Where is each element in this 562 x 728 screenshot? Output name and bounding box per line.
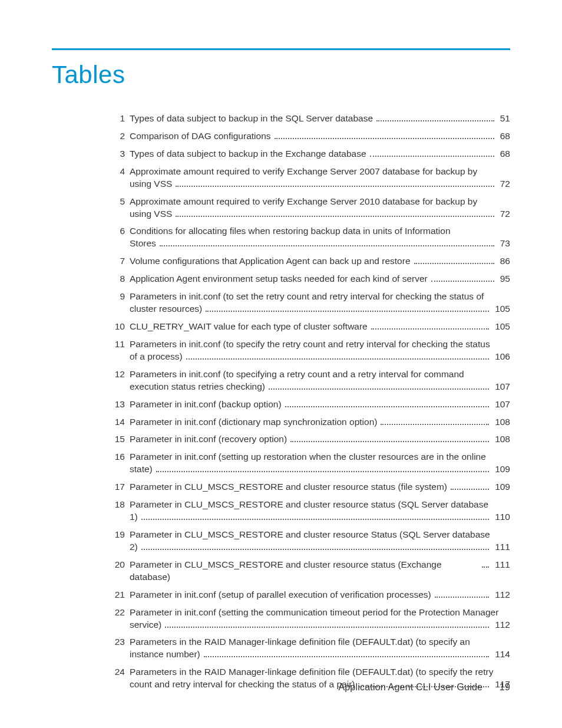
toc-entry-leader-line: Parameter in init.conf (recovery option)… bbox=[130, 433, 510, 446]
toc-entry-leader-line: Parameter in init.conf (dictionary map s… bbox=[130, 416, 510, 429]
toc-entry-number: 10 bbox=[105, 321, 130, 333]
dot-leader bbox=[435, 597, 489, 598]
toc-entry-title-line1: Conditions for allocating files when res… bbox=[130, 225, 510, 238]
toc-entry-title-line1: Parameters in the RAID Manager-linkage d… bbox=[130, 636, 510, 648]
toc-entry-body: Volume configurations that Application A… bbox=[130, 255, 510, 268]
toc-entry-body: Parameters in init.conf (to specify the … bbox=[130, 338, 510, 363]
toc-entry-body: Approximate amount required to verify Ex… bbox=[130, 196, 510, 220]
toc-entry-page: 112 bbox=[492, 619, 510, 631]
toc-entry-title-line2: state) bbox=[130, 463, 153, 476]
toc-entry: 4Approximate amount required to verify E… bbox=[105, 166, 510, 190]
toc-entry-number: 8 bbox=[105, 273, 130, 285]
toc-entry-body: Parameters in init.conf (to set the retr… bbox=[130, 291, 510, 315]
toc-entry-page: 105 bbox=[492, 321, 510, 333]
dot-leader bbox=[414, 263, 494, 264]
toc-entry-leader-line: Parameter in init.conf (backup option)10… bbox=[130, 398, 510, 411]
toc-entry: 6Conditions for allocating files when re… bbox=[105, 225, 510, 250]
toc-entry-title-line1: Parameters in init.conf (to specifying a… bbox=[130, 368, 510, 381]
dot-leader bbox=[370, 156, 494, 157]
toc-entry-title-line2: 2) bbox=[130, 541, 138, 554]
toc-entry-number: 13 bbox=[105, 398, 130, 411]
toc-entry: 16Parameter in init.conf (setting up res… bbox=[105, 451, 510, 476]
toc-entry-title: Parameter in CLU_MSCS_RESTORE and cluste… bbox=[130, 481, 447, 493]
toc-entry-page: 68 bbox=[498, 130, 510, 143]
toc-entry-page: 110 bbox=[492, 511, 510, 523]
toc-entry-page: 51 bbox=[498, 113, 510, 125]
toc-entry: 19Parameter in CLU_MSCS_RESTORE and clus… bbox=[105, 529, 510, 554]
toc-entry-body: Parameter in init.conf (recovery option)… bbox=[130, 433, 510, 446]
toc-entry-title-line2: instance number) bbox=[130, 648, 200, 661]
toc-entry-title-line1: Approximate amount required to verify Ex… bbox=[130, 166, 510, 178]
dot-leader bbox=[290, 441, 489, 442]
dot-leader bbox=[160, 245, 494, 246]
toc-entry-number: 5 bbox=[105, 196, 130, 208]
toc-entry-leader-line: Parameter in CLU_MSCS_RESTORE and cluste… bbox=[130, 481, 510, 493]
dot-leader bbox=[482, 566, 489, 568]
toc-entry-page: 109 bbox=[492, 463, 510, 476]
toc-entry-page: 107 bbox=[492, 381, 510, 393]
toc-entry-number: 2 bbox=[105, 130, 130, 143]
toc-entry-title-line1: Parameter in CLU_MSCS_RESTORE and cluste… bbox=[130, 529, 510, 541]
toc-entry-page: 72 bbox=[498, 208, 510, 220]
toc-entry-body: Parameter in init.conf (backup option)10… bbox=[130, 398, 510, 411]
page: Tables 1Types of data subject to backup … bbox=[0, 0, 562, 728]
toc-entry-leader-line: CLU_RETRY_WAIT value for each type of cl… bbox=[130, 321, 510, 333]
toc-entry-number: 12 bbox=[105, 368, 130, 381]
toc-entry-body: Comparison of DAG configurations68 bbox=[130, 130, 510, 143]
toc-entry-page: 72 bbox=[498, 178, 510, 190]
dot-leader bbox=[141, 549, 489, 550]
toc-entry-title-line2: of a process) bbox=[130, 351, 183, 363]
toc-entry-number: 4 bbox=[105, 166, 130, 178]
toc-entry-leader-line: Application Agent environment setup task… bbox=[130, 273, 510, 285]
dot-leader bbox=[275, 138, 494, 139]
toc-entry: 21Parameter in init.conf (setup of paral… bbox=[105, 589, 510, 601]
toc-entry-title: Application Agent environment setup task… bbox=[130, 273, 428, 285]
dot-leader bbox=[176, 186, 494, 187]
toc-entry-leader-line: using VSS72 bbox=[130, 208, 510, 220]
dot-leader bbox=[431, 281, 494, 282]
toc-entry-page: 105 bbox=[492, 303, 510, 315]
toc-entry-title-line1: Parameters in init.conf (to specify the … bbox=[130, 338, 510, 351]
toc-entry-title: Parameter in CLU_MSCS_RESTORE and cluste… bbox=[130, 559, 478, 584]
toc-entry: 1Types of data subject to backup in the … bbox=[105, 113, 510, 125]
toc-entry-title: Types of data subject to backup in the S… bbox=[130, 113, 373, 125]
toc-entry: 15Parameter in init.conf (recovery optio… bbox=[105, 433, 510, 446]
page-title: Tables bbox=[52, 61, 510, 89]
dot-leader bbox=[371, 328, 489, 330]
dot-leader bbox=[269, 388, 489, 390]
toc-entry-number: 24 bbox=[105, 666, 130, 678]
toc-entry-body: Parameter in CLU_MSCS_RESTORE and cluste… bbox=[130, 529, 510, 554]
toc-entry-number: 18 bbox=[105, 499, 130, 511]
tables-toc: 1Types of data subject to backup in the … bbox=[105, 113, 510, 691]
toc-entry-body: Parameter in init.conf (setting the comm… bbox=[130, 607, 510, 631]
toc-entry-number: 3 bbox=[105, 148, 130, 160]
toc-entry-body: Parameter in init.conf (setting up resto… bbox=[130, 451, 510, 476]
toc-entry-number: 22 bbox=[105, 607, 130, 619]
toc-entry-number: 11 bbox=[105, 338, 130, 351]
toc-entry-title-line2: 1) bbox=[130, 511, 138, 523]
toc-entry-page: 73 bbox=[498, 238, 510, 250]
dot-leader bbox=[141, 519, 489, 520]
toc-entry: 2Comparison of DAG configurations68 bbox=[105, 130, 510, 143]
toc-entry: 17Parameter in CLU_MSCS_RESTORE and clus… bbox=[105, 481, 510, 493]
toc-entry-title-line2: Stores bbox=[130, 238, 156, 250]
toc-entry-title: CLU_RETRY_WAIT value for each type of cl… bbox=[130, 321, 368, 333]
toc-entry-page: 106 bbox=[492, 351, 510, 363]
toc-entry-number: 6 bbox=[105, 225, 130, 238]
toc-entry-title-line2: using VSS bbox=[130, 178, 172, 190]
toc-entry-leader-line: state)109 bbox=[130, 463, 510, 476]
toc-entry-title: Parameter in init.conf (recovery option) bbox=[130, 433, 287, 446]
toc-entry-number: 19 bbox=[105, 529, 130, 541]
toc-entry-body: Parameters in the RAID Manager-linkage d… bbox=[130, 636, 510, 661]
toc-entry-body: Approximate amount required to verify Ex… bbox=[130, 166, 510, 190]
dot-leader bbox=[176, 216, 494, 217]
toc-entry-page: 108 bbox=[492, 433, 510, 446]
page-footer: Application Agent CLI User Guide 19 bbox=[338, 682, 510, 693]
toc-entry-page: 112 bbox=[492, 589, 510, 601]
toc-entry: 13Parameter in init.conf (backup option)… bbox=[105, 398, 510, 411]
toc-entry-title-line2: using VSS bbox=[130, 208, 172, 220]
toc-entry-page: 111 bbox=[492, 541, 510, 554]
toc-entry-leader-line: 1)110 bbox=[130, 511, 510, 523]
toc-entry-leader-line: cluster resources)105 bbox=[130, 303, 510, 315]
toc-entry-leader-line: Types of data subject to backup in the S… bbox=[130, 113, 510, 125]
